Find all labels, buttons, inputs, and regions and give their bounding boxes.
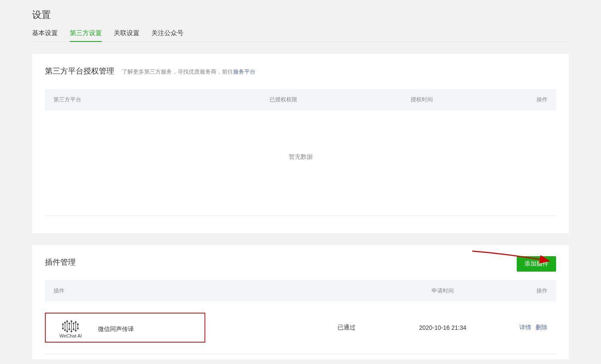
highlighted-plugin-cell: WeChat AI 微信同声传译 [45,313,205,343]
svg-point-21 [75,330,77,331]
auth-card: 第三方平台授权管理 了解更多第三方服务，寻找优质服务商，前往服务平台 第三方平台… [32,54,569,233]
svg-point-22 [77,324,79,325]
auth-desc-text: 了解更多第三方服务，寻找优质服务商，前往 [122,68,233,75]
svg-point-12 [67,321,68,322]
svg-point-9 [62,328,64,329]
plugin-section-title: 插件管理 [45,257,76,267]
auth-col-time: 授权时间 [411,96,522,104]
plugin-section-header: 插件管理 添加插件 [45,257,556,267]
svg-point-18 [73,323,74,324]
audio-wave-icon [62,320,80,332]
page-title: 设置 [32,9,569,21]
service-platform-link[interactable]: 服务平台 [233,68,255,75]
plugin-table-header: 插件 申请时间 操作 [45,280,556,302]
plugin-time: 2020-10-16 21:34 [389,324,496,331]
svg-point-17 [71,331,72,332]
auth-col-permission: 已授权权限 [269,96,411,104]
table-row: WeChat AI 微信同声传译 已通过 2020-10-16 21:34 详情… [45,302,556,354]
wechat-ai-logo: WeChat AI [59,320,82,338]
plugin-col-status-hdr [304,287,389,295]
svg-point-19 [73,329,74,330]
add-plugin-button[interactable]: 添加插件 [517,256,556,272]
plugin-col-time: 申请时间 [389,287,496,295]
plugin-actions: 详情 删除 [496,324,548,331]
plugin-col-name: 插件 [53,287,304,295]
svg-point-11 [65,330,66,331]
svg-point-14 [69,323,70,324]
plugin-status: 已通过 [304,324,389,331]
auth-section-title: 第三方平台授权管理 [45,66,114,76]
auth-col-action: 操作 [522,96,548,104]
tabs-bar: 基本设置 第三方设置 关联设置 关注公众号 [32,29,569,42]
auth-empty-state: 暂无数据 [45,110,556,212]
plugin-name: 微信同声传译 [98,326,134,333]
detail-link[interactable]: 详情 [519,324,531,331]
svg-point-23 [77,328,79,329]
tab-follow-account[interactable]: 关注公众号 [151,29,184,41]
plugin-col-action: 操作 [496,287,548,295]
wechat-ai-label: WeChat AI [59,333,82,338]
svg-point-15 [69,329,70,330]
svg-point-16 [71,321,72,322]
divider [45,216,556,216]
tab-third-party-settings[interactable]: 第三方设置 [70,29,102,41]
tab-basic-settings[interactable]: 基本设置 [32,29,58,41]
auth-section-desc: 了解更多第三方服务，寻找优质服务商，前往服务平台 [122,68,255,76]
auth-col-platform: 第三方平台 [53,96,269,104]
tab-related-settings[interactable]: 关联设置 [114,29,139,41]
auth-table-header: 第三方平台 已授权权限 授权时间 操作 [45,89,556,110]
plugin-card: 插件管理 添加插件 插件 申请时间 操作 [32,245,569,359]
svg-point-13 [67,331,68,332]
delete-link[interactable]: 删除 [536,324,548,331]
svg-point-20 [75,322,77,323]
svg-point-10 [65,322,66,323]
svg-point-8 [62,324,64,325]
auth-section-header: 第三方平台授权管理 了解更多第三方服务，寻找优质服务商，前往服务平台 [45,66,556,76]
